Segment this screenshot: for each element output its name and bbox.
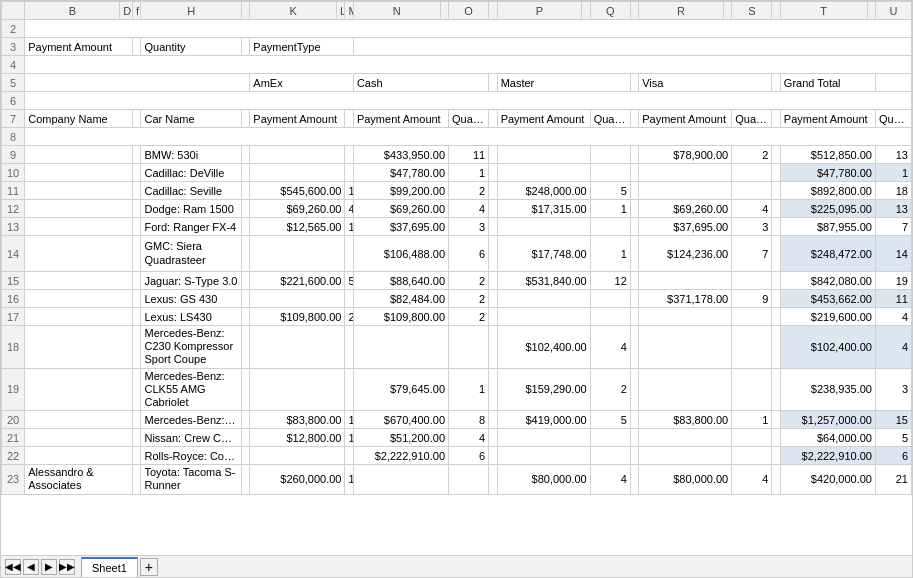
r14-master-amt: $17,748.00 <box>497 236 590 272</box>
r12-cash-qty: 4 <box>449 200 489 218</box>
r23-amex-qty: 13 <box>345 465 353 494</box>
r9-grand-qty: 13 <box>875 146 911 164</box>
r12-grand-amt: $225,095.00 <box>780 200 875 218</box>
r11-grand-amt: $892,800.00 <box>780 182 875 200</box>
r15-master-qty: 12 <box>590 272 630 290</box>
r9-amex-amt <box>250 146 345 164</box>
r13-grand-qty: 7 <box>875 218 911 236</box>
row-13: 13 Ford: Ranger FX-4 $12,565.00 1 $37,69… <box>2 218 912 236</box>
r15-cash-qty: 2 <box>449 272 489 290</box>
r15-grand-qty: 19 <box>875 272 911 290</box>
r10-car: Cadillac: DeVille <box>141 164 241 182</box>
r21-cash-qty: 4 <box>449 429 489 447</box>
r20-visa-qty: 1 <box>732 411 772 429</box>
r9-grand-amt: $512,850.00 <box>780 146 875 164</box>
r20-amex-qty: 1 <box>345 411 353 429</box>
r23-grand-qty: 21 <box>875 465 911 494</box>
r20-cash-qty: 8 <box>449 411 489 429</box>
cash-header: Cash <box>353 74 488 92</box>
r20-master-amt: $419,000.00 <box>497 411 590 429</box>
r14-visa-amt: $124,236.00 <box>639 236 732 272</box>
r20-car: Mercedes-Benz: SL500 Roadster <box>141 411 241 429</box>
cash-pay-header: Payment Amount <box>353 110 448 128</box>
col-gap5 <box>630 2 638 20</box>
visa-qty-header: Quantity <box>732 110 772 128</box>
col-d: D <box>120 2 133 20</box>
row-8: 8 <box>2 128 912 146</box>
grand-qty-header: Quantity <box>875 110 911 128</box>
sheet-tab-sheet1[interactable]: Sheet1 <box>81 557 138 577</box>
row-2: 2 <box>2 20 912 38</box>
r16-visa-amt: $371,178.00 <box>639 290 732 308</box>
sheet-tabs-bar: ◀◀ ◀ ▶ ▶▶ Sheet1 + <box>1 555 912 577</box>
col-h: H <box>141 2 241 20</box>
r20-master-qty: 5 <box>590 411 630 429</box>
nav-first-arrow[interactable]: ◀◀ <box>5 559 21 575</box>
r13-amex-qty: 1 <box>345 218 353 236</box>
r14-cash-amt: $106,488.00 <box>353 236 448 272</box>
col-gap4 <box>582 2 590 20</box>
r14-cash-qty: 6 <box>449 236 489 272</box>
nav-prev-arrow[interactable]: ◀ <box>23 559 39 575</box>
r12-visa-amt: $69,260.00 <box>639 200 732 218</box>
col-q: Q <box>590 2 630 20</box>
col-m: M <box>345 2 353 20</box>
r13-car: Ford: Ranger FX-4 <box>141 218 241 236</box>
r10-grand-amt: $47,780.00 <box>780 164 875 182</box>
r21-amex-amt: $12,800.00 <box>250 429 345 447</box>
r10-cash-qty: 1 <box>449 164 489 182</box>
grand-total-header: Grand Total <box>780 74 875 92</box>
col-l: L <box>337 2 345 20</box>
r16-grand-amt: $453,662.00 <box>780 290 875 308</box>
row-21: 21 Nissan: Crew Cab SE $12,800.00 1 $51,… <box>2 429 912 447</box>
r15-car: Jaguar: S-Type 3.0 <box>141 272 241 290</box>
r17-grand-amt: $219,600.00 <box>780 308 875 326</box>
r11-amex-qty: 11 <box>345 182 353 200</box>
r17-cash-amt: $109,800.00 <box>353 308 448 326</box>
r20-visa-amt: $83,800.00 <box>639 411 732 429</box>
r11-amex-amt: $545,600.00 <box>250 182 345 200</box>
r9-master-amt <box>497 146 590 164</box>
nav-next-arrow[interactable]: ▶ <box>41 559 57 575</box>
master-pay-header: Payment Amount <box>497 110 590 128</box>
r19-cash-qty: 1 <box>449 368 489 411</box>
r23-master-qty: 4 <box>590 465 630 494</box>
r12-cash-amt: $69,260.00 <box>353 200 448 218</box>
r10-cash-amt: $47,780.00 <box>353 164 448 182</box>
col-gap1 <box>241 2 249 20</box>
r22-grand-amt: $2,222,910.00 <box>780 447 875 465</box>
row-14: 14 GMC: Siera Quadrasteer $106,488.00 6 … <box>2 236 912 272</box>
col-header-row: B D f H K L M N O P Q R <box>2 2 912 20</box>
r14-master-qty: 1 <box>590 236 630 272</box>
r15-cash-amt: $88,640.00 <box>353 272 448 290</box>
company-name-header: Company Name <box>25 110 133 128</box>
r17-amex-amt: $109,800.00 <box>250 308 345 326</box>
row-18: 18 Mercedes-Benz: C230 Kompressor Sport … <box>2 326 912 369</box>
r9-cash-qty: 11 <box>449 146 489 164</box>
r13-visa-qty: 3 <box>732 218 772 236</box>
r9-visa-qty: 2 <box>732 146 772 164</box>
col-n: N <box>353 2 440 20</box>
nav-last-arrow[interactable]: ▶▶ <box>59 559 75 575</box>
row-20: 20 Mercedes-Benz: SL500 Roadster $83,800… <box>2 411 912 429</box>
payment-amount-label: Payment Amount <box>25 38 133 56</box>
r21-grand-qty: 5 <box>875 429 911 447</box>
r21-cash-amt: $51,200.00 <box>353 429 448 447</box>
row2-content <box>25 20 912 38</box>
r9-car: BMW: 530i <box>141 146 241 164</box>
r16-visa-qty: 9 <box>732 290 772 308</box>
r14-grand-qty: 14 <box>875 236 911 272</box>
col-gap7 <box>772 2 780 20</box>
row-3: 3 Payment Amount Quantity PaymentType <box>2 38 912 56</box>
col-f: f <box>133 2 141 20</box>
r23-visa-qty: 4 <box>732 465 772 494</box>
add-sheet-button[interactable]: + <box>140 558 158 576</box>
row-6: 6 <box>2 92 912 110</box>
r19-master-qty: 2 <box>590 368 630 411</box>
col-t: T <box>780 2 867 20</box>
r16-car: Lexus: GS 430 <box>141 290 241 308</box>
r23-visa-amt: $80,000.00 <box>639 465 732 494</box>
payment-type-label: PaymentType <box>250 38 354 56</box>
r21-amex-qty: 1 <box>345 429 353 447</box>
r16-grand-qty: 11 <box>875 290 911 308</box>
